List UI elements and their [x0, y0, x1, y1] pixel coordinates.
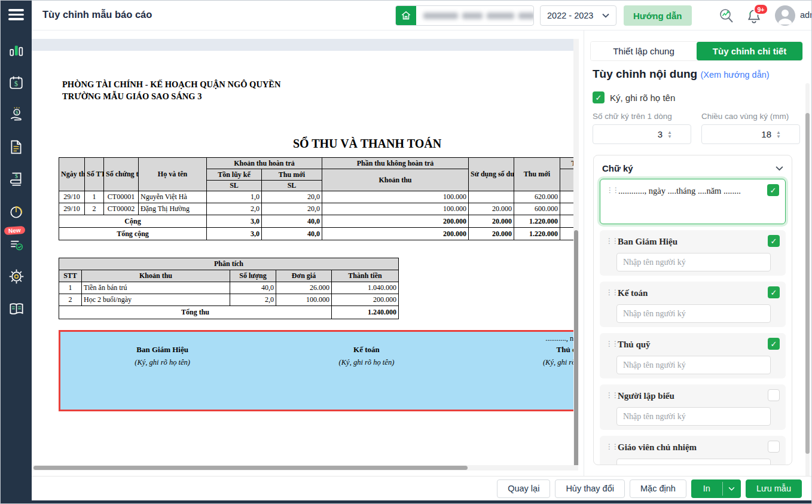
signature-column: Thủ quỹ (Ký, ghi rõ họ tên) — [469, 345, 573, 367]
tab-general-settings[interactable]: Thiết lập chung — [591, 42, 697, 60]
home-button[interactable] — [396, 5, 416, 26]
panel-scrollbar[interactable] — [805, 83, 810, 484]
checkbox-checked-icon[interactable]: ✓ — [767, 184, 779, 196]
drag-handle-icon[interactable]: ⋮⋮ — [606, 340, 618, 348]
school-name-blurred — [423, 13, 534, 19]
panel-tabs: Thiết lập chung Tùy chỉnh chi tiết — [590, 41, 803, 61]
sidebar-item-documents[interactable] — [7, 138, 26, 156]
table-row: 2 Học 2 buổi/ngày 2,0 100.000 200.000 — [59, 294, 399, 306]
school-selector[interactable] — [395, 5, 534, 26]
signature-item-nguoi-lap-bieu[interactable]: ⋮⋮ Người lập biểu — [600, 384, 786, 430]
main-table: Ngày thu Số TT Số chứng từ Họ và tên Kho… — [59, 157, 573, 240]
school-year-select[interactable]: 2022 - 2023 — [540, 5, 616, 26]
print-button[interactable]: In — [691, 479, 722, 498]
checkbox-checked-icon[interactable]: ✓ — [768, 338, 780, 350]
signature-item-giao-vien-chu-nhiem[interactable]: ⋮⋮ Giáo viên chủ nhiệm — [600, 436, 786, 465]
col-header: SL — [262, 181, 322, 191]
sign-fullname-checkbox-row[interactable]: ✓ Ký, ghi rõ họ tên — [593, 91, 675, 103]
org-line-1: PHÒNG TÀI CHÍNH - KẾ HOẠCH QUẬN NGÔ QUYỀ… — [62, 80, 280, 90]
drag-handle-icon[interactable]: ⋮⋮ — [606, 288, 618, 297]
signature-item-date-line[interactable]: ⋮⋮ ............, ngày ....tháng ....năm … — [600, 179, 786, 224]
report-check-icon — [8, 236, 24, 252]
sidebar-item-settings[interactable] — [7, 267, 26, 285]
table-row: 1 Tiền ăn bán trú 40,0 26.000 1.040.000 — [59, 282, 399, 294]
signature-column: Ban Giám Hiệu (Ký, ghi rõ họ tên) — [60, 345, 264, 367]
signature-height-input[interactable] — [702, 129, 773, 140]
panel-heading: Tùy chỉnh nội dung (Xem hướng dẫn) — [593, 68, 770, 81]
col-header: Thu mới — [262, 169, 322, 181]
signature-column: Kế toán (Ký, ghi rõ họ tên) — [264, 345, 468, 367]
signature-section-header[interactable]: Chữ ký — [594, 155, 792, 179]
notification-badge: 9+ — [753, 4, 768, 15]
vertical-scroll-thumb[interactable] — [574, 230, 578, 469]
print-split-button: In — [691, 479, 741, 498]
signature-item-ban-giam-hieu[interactable]: ⋮⋮ Ban Giám Hiệu ✓ — [600, 230, 786, 276]
checkbox-unchecked-icon[interactable] — [768, 389, 780, 401]
print-options-chevron[interactable] — [723, 479, 741, 498]
checkbox-unchecked-icon[interactable] — [768, 441, 780, 453]
stepper-arrows[interactable]: ▲▼ — [776, 130, 781, 139]
signer-name-input[interactable] — [616, 304, 771, 323]
page-title: Tùy chỉnh mẫu báo cáo — [42, 9, 152, 20]
org-line-2: TRƯỜNG MẪU GIÁO SAO SÁNG 3 — [62, 91, 202, 102]
chevron-down-icon[interactable] — [776, 166, 783, 171]
col-header: Họ và tên — [139, 158, 207, 191]
sidebar-item-dashboard[interactable] — [7, 41, 26, 59]
avatar[interactable] — [775, 5, 795, 26]
signature-height-label: Chiều cao vùng ký (mm) — [701, 112, 789, 121]
svg-text:$: $ — [16, 109, 19, 115]
signature-item-thu-quy[interactable]: ⋮⋮ Thủ quỹ ✓ — [600, 333, 786, 378]
cash-book-icon: $ — [8, 172, 24, 187]
col-header: Số TT — [85, 158, 104, 191]
col-header: Khoản thu — [322, 169, 469, 191]
panel-scroll-thumb[interactable] — [805, 113, 810, 454]
signer-name-input[interactable] — [616, 459, 771, 465]
sidebar-item-collection[interactable]: $ — [7, 106, 26, 124]
checkbox-checked-icon[interactable]: ✓ — [768, 235, 780, 247]
notifications-button[interactable]: 9+ — [745, 7, 763, 25]
home-icon — [401, 10, 411, 21]
grand-total-row: Tổng cộng 3,0 40,0 200.000 20.000 1.220.… — [59, 228, 574, 240]
view-guide-link[interactable]: (Xem hướng dẫn) — [700, 70, 769, 80]
username: admin — [800, 10, 812, 20]
back-button[interactable]: Quay lại — [497, 479, 550, 498]
horizontal-scroll-thumb[interactable] — [33, 466, 468, 470]
checkbox-checked-icon[interactable]: ✓ — [593, 91, 605, 103]
drag-handle-icon[interactable]: ⋮⋮ — [606, 237, 618, 245]
pie-chart-icon — [8, 204, 24, 219]
bottom-edge-strip — [1, 500, 812, 504]
sidebar-item-fee-calendar[interactable]: $ — [7, 74, 26, 91]
signature-area-highlighted[interactable]: ..........., ngày .... tháng .... năm ..… — [59, 330, 573, 411]
signature-height-stepper: ▲▼ — [701, 124, 800, 144]
signer-name-input[interactable] — [616, 253, 771, 271]
signature-item-ke-toan[interactable]: ⋮⋮ Kế toán ✓ — [600, 282, 786, 327]
sidebar-item-report-new[interactable]: New — [7, 235, 26, 253]
drag-handle-icon[interactable]: ⋮⋮ — [606, 186, 618, 194]
document-vertical-scrollbar[interactable] — [573, 39, 579, 465]
drag-handle-icon[interactable]: ⋮⋮ — [606, 391, 618, 399]
sidebar-item-cash-book[interactable]: $ — [7, 170, 26, 188]
search-stats-button[interactable] — [718, 7, 735, 25]
stepper-arrows[interactable]: ▲▼ — [667, 130, 672, 139]
table-row: 29/10 1 CT00001 Nguyễn Việt Hà 1,0 20,0 … — [59, 191, 574, 203]
checkbox-checked-icon[interactable]: ✓ — [768, 286, 780, 298]
discard-changes-button[interactable]: Hủy thay đổi — [555, 479, 625, 498]
hamburger-menu-icon[interactable] — [8, 9, 24, 22]
sidebar-item-library[interactable] — [7, 300, 26, 317]
col-header: Tồn lũy kế — [207, 169, 262, 181]
col-header: Thu mới — [514, 158, 560, 191]
signer-name-input[interactable] — [616, 356, 771, 374]
document-horizontal-scrollbar[interactable] — [33, 465, 578, 471]
signatures-per-row-stepper: ▲▼ — [593, 124, 691, 144]
drag-handle-icon[interactable]: ⋮⋮ — [606, 442, 618, 451]
default-button[interactable]: Mặc định — [630, 479, 686, 498]
save-template-button[interactable]: Lưu mẫu — [746, 479, 802, 498]
signatures-per-row-input[interactable] — [593, 129, 664, 140]
sidebar-item-reports-chart[interactable] — [7, 203, 26, 221]
signer-name-input[interactable] — [616, 407, 771, 426]
guide-button[interactable]: Hướng dẫn — [624, 5, 692, 26]
bar-chart-icon — [8, 42, 24, 58]
analysis-table: Phân tích STT Khoản thu Số lượng Đơn giá… — [59, 258, 399, 319]
tab-detail-customization[interactable]: Tùy chỉnh chi tiết — [697, 42, 802, 60]
gear-icon — [8, 268, 25, 285]
